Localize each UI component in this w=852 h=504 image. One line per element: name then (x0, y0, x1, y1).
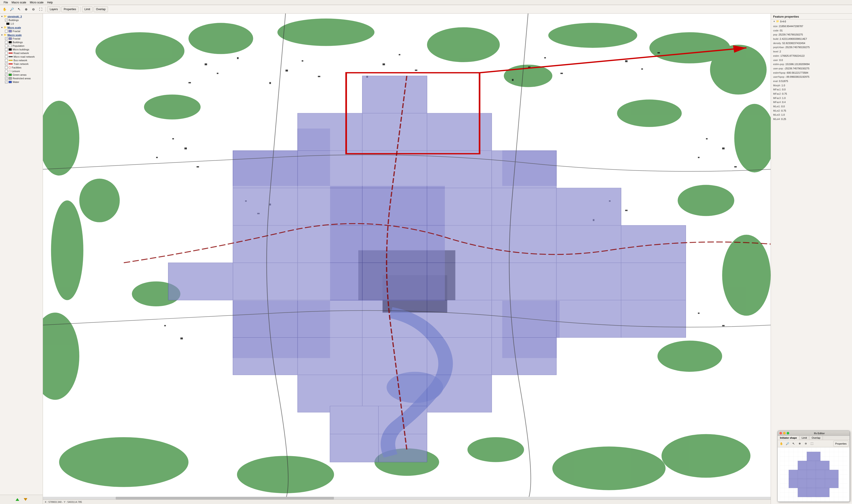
scrollbar-thumb[interactable] (116, 497, 334, 500)
layer-road-network[interactable]: Road network (0, 51, 43, 55)
overlap-btn[interactable]: Overlap (93, 6, 108, 12)
micro-buildings-swatch (8, 48, 12, 51)
layer-micro-fractal[interactable]: Fractal (0, 29, 43, 33)
tab-limit[interactable]: Limit (799, 436, 809, 440)
layer-buildings-root[interactable]: Buildings (0, 18, 43, 22)
svg-rect-76 (492, 151, 556, 188)
micro-fractal-checkbox[interactable] (5, 30, 8, 33)
layer-buildings-value: 1.0 (0, 22, 43, 25)
layers-btn[interactable]: Layers (47, 6, 60, 12)
macro-buildings-checkbox[interactable] (5, 41, 8, 43)
sierpinski-header[interactable]: ▼ 📁 sierpinski_3 (0, 15, 43, 18)
macro-scale-label[interactable]: Macro scale (7, 34, 22, 36)
micro-buildings-checkbox[interactable] (5, 48, 8, 51)
prop-mlei3: MLei3 : 1.0 (773, 113, 850, 117)
layer-train[interactable]: Train network (0, 62, 43, 66)
macro-fractal-label: Fractal (13, 37, 20, 40)
bus-checkbox[interactable] (5, 59, 8, 62)
micro-scale-label[interactable]: Micro scale (7, 26, 21, 29)
fullscreen-btn[interactable]: ⛶ (37, 6, 44, 13)
svg-point-7 (548, 23, 637, 48)
prop-mlei3-value: 1.0 (781, 113, 785, 117)
select-btn[interactable]: ↖ (16, 6, 22, 13)
menu-file[interactable]: File (2, 1, 10, 4)
maximize-btn[interactable] (787, 432, 789, 434)
prop-mfac2: MFac2 : 0.75 (773, 92, 850, 96)
road-checkbox[interactable] (5, 52, 8, 54)
macro-header[interactable]: ▼ 📁 Macro scale (0, 33, 43, 37)
svg-point-9 (710, 45, 767, 95)
ifs-select-btn[interactable]: ↖ (791, 441, 796, 446)
svg-rect-52 (722, 147, 725, 149)
prop-mfac2-value: 0.75 (782, 92, 787, 96)
map-area[interactable]: X : 578903.340 - Y : 5403114.785 (43, 14, 771, 504)
svg-point-22 (79, 179, 120, 222)
ifs-measure1-btn[interactable]: ⊕ (797, 441, 802, 446)
sierpinski-label[interactable]: sierpinski_3 (7, 15, 22, 18)
menu-help[interactable]: Help (46, 1, 55, 4)
ifs-zoom-btn[interactable]: 🔎 (785, 441, 790, 446)
svg-rect-109 (492, 338, 556, 375)
layer-water[interactable]: Water (0, 80, 43, 84)
layer-green[interactable]: Green areas (0, 73, 43, 76)
micro-header[interactable]: ▼ 📁 Micro scale (0, 25, 43, 29)
facilities-checkbox[interactable] (5, 66, 8, 69)
svg-rect-106 (297, 338, 362, 375)
layer-micro-buildings[interactable]: Micro buildings (0, 48, 43, 51)
ifs-measure2-btn[interactable]: ⊖ (803, 441, 809, 446)
measure2-btn[interactable]: ⊖ (30, 6, 37, 13)
train-checkbox[interactable] (5, 62, 8, 65)
map-svg[interactable] (43, 14, 771, 500)
layer-micro-road[interactable]: Micro road network (0, 55, 43, 58)
ifs-fullscreen-btn[interactable]: ⛶ (809, 441, 815, 446)
tree-node-root[interactable]: ▼ 📁 0-4-0 (771, 19, 852, 23)
panel-title: Feature properties (771, 14, 852, 19)
svg-rect-36 (382, 64, 385, 65)
layer-up-btn[interactable] (14, 496, 21, 503)
layer-facilities[interactable]: Facilities (0, 66, 43, 69)
micro-road-checkbox[interactable] (5, 55, 8, 58)
menu-macro-scale[interactable]: Macro scale (10, 1, 28, 4)
zoom-btn[interactable]: 🔎 (8, 6, 15, 13)
properties-list: size : 21858.954447208787 code : 01 pop … (771, 23, 852, 122)
svg-rect-41 (544, 57, 546, 58)
water-checkbox[interactable] (5, 80, 8, 83)
svg-rect-82 (427, 188, 492, 225)
hand-tool-btn[interactable]: ✋ (1, 6, 8, 13)
svg-rect-99 (297, 300, 362, 338)
restricted-checkbox[interactable] (5, 77, 8, 80)
prop-mlei2: MLei2 : 0.75 (773, 109, 850, 113)
macro-fractal-checkbox[interactable] (5, 37, 8, 40)
layer-down-btn[interactable] (22, 496, 29, 503)
layer-leisure[interactable]: Leisure (0, 69, 43, 73)
layer-restricted[interactable]: Restricted areas (0, 76, 43, 80)
close-btn[interactable] (779, 432, 782, 434)
prop-eval: eval : 0.51875 (773, 79, 850, 83)
svg-point-21 (677, 185, 734, 216)
expand-icon-macro: ▼ (1, 34, 3, 36)
ifs-hand-btn[interactable]: ✋ (779, 441, 784, 446)
population-checkbox[interactable] (5, 44, 8, 47)
properties-btn[interactable]: Properties (61, 6, 79, 12)
tab-overlap[interactable]: Overlap (809, 436, 823, 440)
minimize-btn[interactable] (783, 432, 785, 434)
menu-micro-scale[interactable]: Micro scale (28, 1, 46, 4)
tab-initiator-shape[interactable]: Initiator shape (778, 436, 799, 440)
leisure-checkbox[interactable] (5, 70, 8, 73)
prop-morph-value: 1.0 (781, 83, 785, 88)
map-h-scrollbar[interactable] (43, 497, 771, 500)
svg-rect-54 (734, 166, 737, 168)
layer-macro-buildings[interactable]: Buildings (0, 40, 43, 44)
ifs-properties-btn[interactable]: Properties (833, 441, 849, 447)
buildings-checkbox[interactable] (5, 19, 8, 21)
limit-btn[interactable]: Limit (82, 6, 93, 12)
layer-macro-fractal[interactable]: Fractal (0, 37, 43, 40)
measure1-btn[interactable]: ⊕ (23, 6, 29, 13)
prop-user-pop: user-pop : -25239.745790150275 (773, 67, 850, 71)
folder-icon-macro: 📁 (4, 33, 7, 36)
prop-mlei2-value: 0.75 (781, 109, 786, 113)
svg-rect-87 (492, 226, 556, 263)
green-checkbox[interactable] (5, 73, 8, 76)
layer-bus[interactable]: Bus network (0, 58, 43, 62)
layer-population[interactable]: Population (0, 44, 43, 48)
